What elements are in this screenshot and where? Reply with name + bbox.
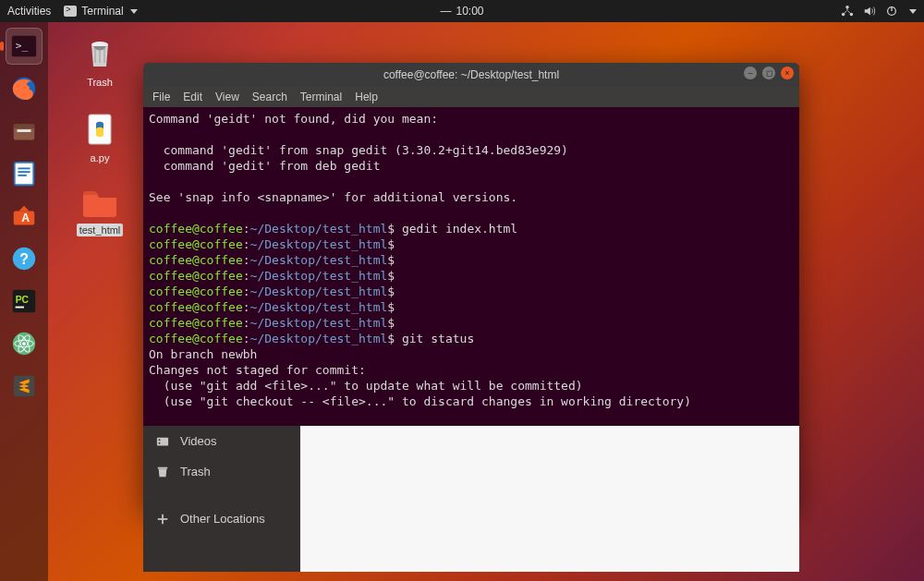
dock-ubuntu-software[interactable]: A — [6, 198, 43, 235]
menu-terminal[interactable]: Terminal — [300, 91, 342, 103]
system-menu-chevron-icon[interactable] — [909, 9, 917, 14]
dock-files[interactable] — [6, 113, 43, 150]
files-sidebar: Videos Trash Other Locations — [143, 426, 300, 572]
svg-rect-21 — [16, 307, 24, 309]
dock-help[interactable]: ? — [6, 240, 43, 277]
svg-rect-12 — [18, 167, 30, 169]
terminal-menubar: File Edit View Search Terminal Help — [143, 87, 799, 107]
desktop-folder-testhtml[interactable]: test_html — [72, 185, 128, 236]
dock-pycharm[interactable]: PC — [6, 283, 43, 320]
svg-point-26 — [22, 342, 26, 345]
dock-sublime[interactable] — [6, 368, 43, 405]
gnome-top-bar: Activities Terminal — 10:00 — [0, 0, 924, 22]
svg-rect-14 — [18, 175, 26, 176]
app-menu[interactable]: Terminal — [64, 5, 137, 18]
svg-text:>_: >_ — [16, 40, 29, 52]
menu-help[interactable]: Help — [355, 91, 378, 103]
svg-rect-32 — [159, 442, 161, 443]
svg-text:PC: PC — [16, 295, 30, 305]
dock-libreoffice-writer[interactable] — [6, 155, 43, 192]
desktop-trash-label: Trash — [84, 76, 116, 89]
files-sidebar-other-locations[interactable]: Other Locations — [143, 503, 300, 534]
clock-time: 10:00 — [456, 5, 483, 18]
files-sidebar-videos[interactable]: Videos — [143, 426, 300, 456]
dock-firefox[interactable] — [6, 70, 43, 107]
files-content-area[interactable] — [300, 426, 799, 572]
video-icon — [156, 435, 169, 448]
terminal-titlebar[interactable]: coffee@coffee: ~/Desktop/test_html – ◻ × — [143, 63, 799, 87]
files-window-fragment: Videos Trash Other Locations — [143, 426, 799, 572]
svg-text:A: A — [21, 212, 30, 224]
trash-icon — [156, 466, 169, 478]
files-sidebar-other-label: Other Locations — [180, 512, 265, 526]
menu-file[interactable]: File — [152, 91, 170, 103]
menu-edit[interactable]: Edit — [183, 91, 202, 103]
activities-button[interactable]: Activities — [7, 5, 51, 18]
folder-icon — [79, 185, 120, 220]
plus-icon — [156, 513, 169, 526]
dock: >_ A ? PC — [0, 22, 48, 581]
window-close-button[interactable]: × — [781, 67, 794, 79]
trash-icon — [80, 33, 119, 72]
chevron-down-icon — [130, 9, 138, 14]
svg-rect-31 — [159, 439, 161, 441]
menu-view[interactable]: View — [215, 91, 239, 103]
terminal-title: coffee@coffee: ~/Desktop/test_html — [383, 68, 559, 81]
volume-icon[interactable] — [863, 5, 876, 18]
terminal-icon — [64, 6, 77, 17]
desktop-file-apy-label: a.py — [88, 151, 113, 164]
window-maximize-button[interactable]: ◻ — [762, 67, 775, 79]
svg-rect-10 — [15, 163, 34, 185]
python-file-icon — [81, 111, 118, 148]
clock[interactable]: — 10:00 — [440, 5, 483, 18]
desktop-trash[interactable]: Trash — [72, 33, 128, 89]
dock-atom[interactable] — [6, 325, 43, 362]
svg-rect-13 — [18, 171, 30, 173]
app-menu-label: Terminal — [81, 5, 123, 18]
svg-rect-8 — [14, 125, 35, 129]
svg-rect-33 — [158, 466, 168, 468]
power-icon[interactable] — [885, 5, 898, 18]
svg-rect-9 — [18, 129, 31, 132]
menu-search[interactable]: Search — [252, 91, 287, 103]
files-sidebar-trash-label: Trash — [180, 465, 211, 478]
files-sidebar-videos-label: Videos — [180, 434, 217, 448]
desktop-file-apy[interactable]: a.py — [72, 111, 128, 164]
files-sidebar-trash[interactable]: Trash — [143, 456, 300, 487]
window-minimize-button[interactable]: – — [744, 67, 757, 79]
dock-terminal[interactable]: >_ — [6, 28, 43, 65]
network-icon[interactable] — [841, 5, 854, 18]
svg-text:?: ? — [19, 251, 29, 267]
desktop-folder-label: test_html — [77, 224, 124, 236]
svg-rect-30 — [157, 437, 168, 445]
